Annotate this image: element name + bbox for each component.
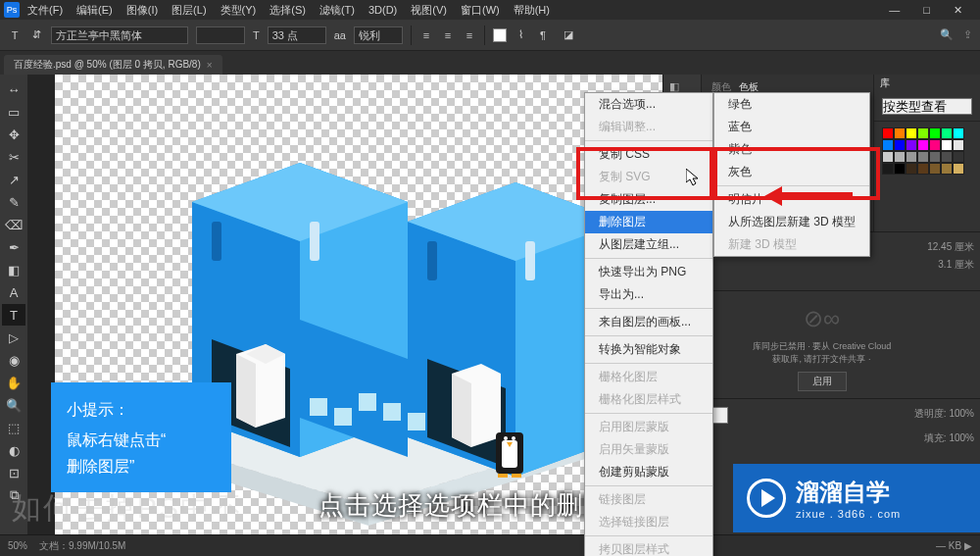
color-swatch[interactable] [929,139,941,151]
color-swatch[interactable] [882,127,894,139]
ctx-item[interactable]: 绿色 [714,93,869,116]
document-tab[interactable]: 百度经验.psd @ 50% (图层 0 拷贝, RGB/8) × [4,55,222,75]
color-swatch[interactable] [941,163,953,175]
color-swatch[interactable] [894,139,906,151]
color-swatch[interactable] [917,163,929,175]
hand-tool[interactable]: ✋ [2,372,25,393]
color-swatch[interactable] [953,163,964,175]
clone-tool[interactable]: A [2,281,25,303]
path-tool[interactable]: ▷ [2,327,25,348]
menu-type[interactable]: 类型(Y) [215,1,263,20]
menu-image[interactable]: 图像(I) [121,1,164,20]
crop-tool[interactable]: ✂ [2,146,25,168]
tab-close-icon[interactable]: × [207,60,213,71]
window-min-icon[interactable]: — [883,2,906,19]
color-swatch[interactable] [929,127,941,139]
opacity-value[interactable]: 100% [949,408,974,419]
warp-text-icon[interactable]: ⌇ [514,28,528,42]
ctx-item[interactable]: 混合选项... [585,93,712,116]
ctx-item[interactable]: 从图层建立组... [585,233,712,256]
menu-window[interactable]: 窗口(W) [455,1,506,20]
color-swatch[interactable] [917,127,929,139]
color-swatch[interactable] [941,127,953,139]
ctx-item[interactable]: 导出为... [585,283,712,306]
ctx-item[interactable]: 紫色 [714,138,869,161]
fg-bg-swatch[interactable]: ◐ [2,439,25,461]
color-swatch[interactable] [953,139,964,151]
color-swatch[interactable] [882,151,894,163]
enable-button[interactable]: 启用 [798,372,847,391]
color-swatch[interactable] [941,139,953,151]
library-swatches[interactable] [882,127,972,175]
menu-edit[interactable]: 编辑(E) [71,1,119,20]
ctx-item[interactable]: 蓝色 [714,116,869,138]
ctx-item[interactable]: 来自图层的画板... [585,311,712,333]
font-size-select[interactable]: 33 点 [268,26,326,44]
layer-context-menu[interactable]: 混合选项...编辑调整...复制 CSS复制 SVG复制图层...删除图层从图层… [584,92,713,556]
edit-toolbar[interactable]: ⬚ [2,417,25,438]
font-style-select[interactable] [196,26,245,44]
color-swatch[interactable] [894,163,906,175]
text-color-swatch[interactable] [493,28,507,42]
ctx-item[interactable]: 灰色 [714,161,869,183]
3d-icon[interactable]: ◪ [562,28,575,42]
orientation-icon[interactable]: ⇵ [29,28,43,42]
ctx-item[interactable]: 快速导出为 PNG [585,261,712,283]
color-swatch[interactable] [929,163,941,175]
align-left-icon[interactable]: ≡ [419,28,433,42]
menu-help[interactable]: 帮助(H) [508,1,556,20]
eraser-tool[interactable]: ⌫ [2,214,25,235]
tab-libraries[interactable]: 库 [880,76,890,90]
zoom-value[interactable]: 50% [8,540,27,551]
color-swatch[interactable] [917,139,929,151]
color-swatch[interactable] [917,151,929,163]
align-center-icon[interactable]: ≡ [441,28,455,42]
marquee-tool[interactable]: ▭ [2,101,25,123]
fill-value[interactable]: 100% [949,432,974,443]
menu-layer[interactable]: 图层(L) [166,1,212,20]
lasso-tool[interactable]: ✥ [2,124,25,145]
zoom-tool[interactable]: 🔍 [2,394,25,416]
quickmask-icon[interactable]: ⊡ [2,462,25,483]
share-icon[interactable]: ⇪ [963,28,972,41]
color-swatch[interactable] [953,151,964,163]
menu-view[interactable]: 视图(V) [405,1,453,20]
brush-tool[interactable]: ✎ [2,191,25,213]
window-max-icon[interactable]: □ [917,2,936,19]
char-panel-icon[interactable]: ¶ [536,28,550,42]
color-swatch[interactable] [906,151,917,163]
type-tool[interactable]: T [2,304,25,326]
ctx-item[interactable]: 从所选图层新建 3D 模型 [714,211,869,233]
color-swatch[interactable] [882,139,894,151]
color-swatch[interactable] [929,151,941,163]
library-search-select[interactable]: 按类型查看 [882,98,972,115]
ctx-item[interactable]: 复制图层... [585,188,712,211]
menu-filter[interactable]: 滤镜(T) [314,1,361,20]
align-right-icon[interactable]: ≡ [463,28,476,42]
color-swatch[interactable] [894,127,906,139]
ctx-item[interactable]: 转换为智能对象 [585,338,712,361]
shape-tool[interactable]: ◉ [2,349,25,371]
menu-file[interactable]: 文件(F) [22,1,69,20]
search-icon[interactable]: 🔍 [940,28,954,41]
color-swatch[interactable] [906,127,917,139]
color-swatch[interactable] [941,151,953,163]
color-swatch[interactable] [906,139,917,151]
window-close-icon[interactable]: ✕ [948,2,968,19]
menu-3d[interactable]: 3D(D) [363,2,403,18]
ctx-item[interactable]: 创建剪贴蒙版 [585,461,712,483]
menu-select[interactable]: 选择(S) [264,1,312,20]
color-swatch[interactable] [894,151,906,163]
ctx-item[interactable]: 复制 CSS [585,143,712,166]
color-swatch[interactable] [906,163,917,175]
move-tool[interactable]: ↔ [2,78,25,100]
layer-context-submenu[interactable]: 绿色蓝色紫色灰色明信片从所选图层新建 3D 模型新建 3D 模型 [713,92,870,257]
color-swatch[interactable] [882,163,894,175]
eyedropper-tool[interactable]: ↗ [2,169,25,190]
ctx-item[interactable]: 删除图层 [585,211,712,233]
color-swatch[interactable] [953,127,964,139]
antialias-select[interactable]: 锐利 [354,26,403,44]
gradient-tool[interactable]: ◧ [2,259,25,280]
font-family-select[interactable]: 方正兰亭中黑简体 [51,26,188,44]
pen-tool[interactable]: ✒ [2,236,25,258]
